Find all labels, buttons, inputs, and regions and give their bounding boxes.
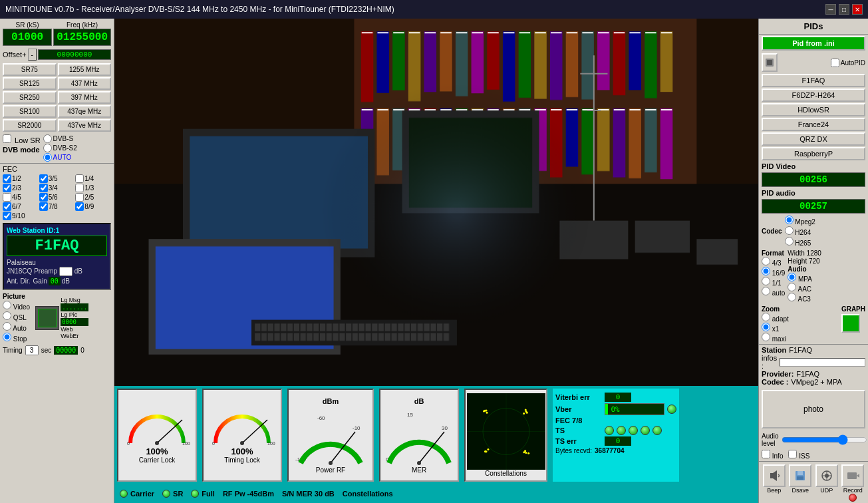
- info-checkbox-label[interactable]: Info: [762, 450, 783, 460]
- preset-freq-437ve[interactable]: 437ve MHz: [58, 119, 112, 132]
- fec-3-4[interactable]: 3/4: [39, 184, 75, 192]
- audio-mpa[interactable]: MPA: [788, 275, 812, 283]
- format-1-1[interactable]: 1/1: [762, 279, 782, 287]
- center-content: 0 100 100% Carrier Lock 0 100 100% Timin…: [114, 19, 758, 503]
- freq-display[interactable]: 01255000: [53, 29, 111, 46]
- audio-ac3[interactable]: AC3: [788, 295, 811, 303]
- audio-aac[interactable]: AAC: [788, 285, 811, 293]
- iss-checkbox[interactable]: [788, 450, 797, 458]
- vber-row: Vber 0%: [555, 403, 676, 415]
- offset-display[interactable]: 00000000: [38, 49, 111, 60]
- picture-qsl[interactable]: QSL: [3, 311, 30, 321]
- info-checkbox[interactable]: [762, 450, 770, 458]
- carrier-lock-meter: 0 100 100% Carrier Lock: [117, 389, 197, 482]
- fec-5-6[interactable]: 5/6: [39, 193, 75, 202]
- preset-sr250[interactable]: SR250: [3, 91, 57, 104]
- autopid-icon[interactable]: [762, 53, 778, 72]
- pid-video-display[interactable]: 00256: [762, 172, 865, 187]
- viterbi-err-value: 0: [605, 393, 631, 402]
- preset-sr75[interactable]: SR75: [3, 63, 57, 76]
- infos-input[interactable]: [780, 358, 865, 367]
- width-value: 1280: [807, 250, 821, 257]
- raspberryp-button[interactable]: RaspberryP: [762, 147, 865, 160]
- format-auto[interactable]: auto: [762, 289, 785, 297]
- station-section: Station F1FAQ infos : Provider: F1FAQ Co…: [759, 344, 868, 387]
- codec-h264[interactable]: H264: [785, 226, 815, 236]
- close-button[interactable]: ✕: [852, 4, 863, 15]
- zoom-adapt[interactable]: adapt: [762, 315, 789, 323]
- pid-audio-display[interactable]: 00257: [762, 199, 865, 214]
- f1faq-button[interactable]: F1FAQ: [762, 74, 865, 87]
- codec-h265[interactable]: H265: [785, 237, 815, 247]
- autopid-checkbox[interactable]: [831, 59, 839, 67]
- dvb-s2-option[interactable]: DVB-S2: [43, 144, 77, 152]
- picture-stop[interactable]: Stop: [3, 333, 30, 343]
- preset-sr125[interactable]: SR125: [3, 77, 57, 90]
- fec-1-2[interactable]: 1/2: [3, 174, 39, 183]
- iss-checkbox-label[interactable]: ISS: [788, 450, 809, 460]
- preset-sr2000[interactable]: SR2000: [3, 119, 57, 132]
- udp-button[interactable]: [815, 464, 838, 487]
- autopid-checkbox-label[interactable]: AutoPID: [831, 59, 865, 67]
- picture-auto[interactable]: Auto: [3, 322, 30, 332]
- sr-column: SR (kS) 01000: [3, 21, 52, 46]
- svg-text:30: 30: [442, 425, 448, 431]
- qrzdx-button[interactable]: QRZ DX: [762, 132, 865, 146]
- preset-freq-397[interactable]: 397 MHz: [58, 91, 112, 104]
- france24-button[interactable]: France24: [762, 118, 865, 131]
- fec-8-9[interactable]: 8/9: [75, 202, 111, 211]
- dvb-s-radio[interactable]: [43, 134, 52, 143]
- fec-9-10[interactable]: 9/10: [3, 212, 39, 220]
- preset-freq-437[interactable]: 437 MHz: [58, 77, 112, 90]
- ant-gain-row: Ant. Dir. Gain 00 dB: [7, 277, 107, 285]
- pid-from-ini-button[interactable]: Pid from .ini: [762, 36, 865, 51]
- timing-input[interactable]: [25, 345, 39, 355]
- picture-video[interactable]: Video: [3, 301, 30, 311]
- f6dzp-button[interactable]: F6DZP-H264: [762, 88, 865, 102]
- hdlowsr-button[interactable]: HDlowSR: [762, 103, 865, 116]
- audio-level-label: Audio level: [762, 432, 779, 447]
- fec-2-5[interactable]: 2/5: [75, 193, 111, 202]
- zoom-label: Zoom: [762, 305, 780, 313]
- dvb-auto-option[interactable]: AUTO: [43, 153, 77, 162]
- autopid-row: AutoPID: [759, 52, 868, 73]
- fec-7-8[interactable]: 7/8: [39, 202, 75, 211]
- format-16-9[interactable]: 16/9: [762, 269, 785, 277]
- maximize-button[interactable]: □: [839, 4, 849, 15]
- graph-button[interactable]: [841, 314, 860, 333]
- dsave-button[interactable]: [789, 464, 811, 487]
- photo-button[interactable]: photo: [762, 390, 865, 428]
- graph-label: GRAPH: [841, 305, 865, 313]
- carrier-led: [120, 490, 128, 498]
- minimize-button[interactable]: ─: [825, 4, 836, 15]
- beep-button[interactable]: [763, 464, 786, 487]
- preset-sr100[interactable]: SR100: [3, 105, 57, 118]
- fec-6-7[interactable]: 6/7: [3, 202, 39, 211]
- preset-freq-1255[interactable]: 1255 MHz: [58, 63, 112, 76]
- zoom-x1[interactable]: x1: [762, 325, 779, 333]
- low-sr-checkbox[interactable]: [3, 134, 11, 143]
- left-panel: SR (kS) 01000 Freq (kHz) 01255000 Offset…: [0, 19, 114, 503]
- sr-display[interactable]: 01000: [3, 29, 52, 46]
- codec-info-value: VMpeg2 + MPA: [791, 378, 842, 386]
- preset-freq-437qe[interactable]: 437qe MHz: [58, 105, 112, 118]
- dvb-auto-radio[interactable]: [43, 153, 52, 162]
- fec-1-3[interactable]: 1/3: [75, 184, 111, 192]
- fec-3-5[interactable]: 3/5: [39, 174, 75, 183]
- record-button[interactable]: [841, 464, 864, 487]
- full-status: Full: [191, 490, 215, 498]
- preamp-input[interactable]: [59, 267, 72, 276]
- format-4-3[interactable]: 4/3: [762, 259, 782, 267]
- fec-2-3[interactable]: 2/3: [3, 184, 39, 192]
- svg-marker-31: [857, 474, 859, 478]
- dvb-s2-radio[interactable]: [43, 144, 52, 152]
- fec-1-4[interactable]: 1/4: [75, 174, 111, 183]
- fec-4-5[interactable]: 4/5: [3, 193, 39, 202]
- codec-label: Codec: [762, 228, 782, 235]
- freq-column: Freq (kHz) 01255000: [53, 21, 111, 46]
- offset-minus-button[interactable]: -: [28, 49, 37, 61]
- zoom-maxi[interactable]: maxi: [762, 335, 786, 343]
- dvb-s-option[interactable]: DVB-S: [43, 134, 77, 143]
- codec-mpeg2[interactable]: Mpeg2: [785, 216, 815, 226]
- audio-level-slider[interactable]: [782, 434, 867, 445]
